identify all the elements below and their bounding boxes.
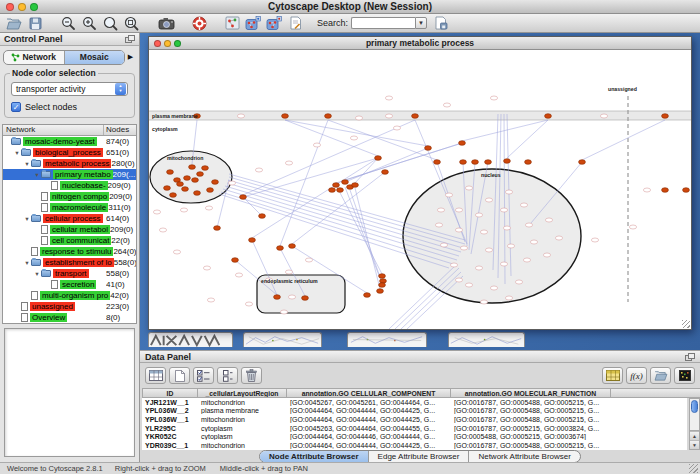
frame-minimize-button[interactable]	[164, 40, 171, 47]
save-session-as-button[interactable]	[432, 15, 450, 32]
unselect-all-attributes-button[interactable]	[217, 367, 238, 384]
annotation-button[interactable]	[286, 15, 304, 32]
table-row[interactable]: YPL036W__2plasma membrane[GO:0044464, GO…	[142, 407, 687, 416]
background-window[interactable]	[243, 332, 322, 347]
tree-row[interactable]: unassigned223(0)	[3, 301, 136, 312]
minimize-button[interactable]	[18, 3, 26, 11]
help-button[interactable]	[190, 15, 208, 32]
scroll-up-arrow[interactable]: ▲	[690, 431, 699, 440]
import-attributes-button[interactable]	[650, 367, 671, 384]
disclosure-triangle-icon[interactable]: ▼	[23, 260, 31, 266]
search-input[interactable]	[351, 17, 415, 29]
disclosure-triangle-icon[interactable]: ▼	[33, 271, 41, 277]
table-row[interactable]: YPL036W__1mitochondrion[GO:0044464, GO:0…	[142, 415, 687, 424]
tree-row[interactable]: macromolecule311(0)	[3, 202, 136, 213]
apply-layout-b-button[interactable]	[265, 15, 283, 32]
table-row[interactable]: YKR052Ccytoplasm[GO:0044464, GO:0044446,…	[142, 432, 687, 441]
status-pan-hint: Middle-click + drag to PAN	[220, 464, 308, 473]
window-resize-grip[interactable]	[689, 464, 698, 473]
node-count: 209(...	[113, 170, 136, 179]
tree-row[interactable]: ▼cellular process614(0)	[3, 213, 136, 224]
select-all-attributes-button[interactable]	[193, 367, 214, 384]
tree-row[interactable]: secretion41(0)	[3, 279, 136, 290]
table-row[interactable]: YDR039C__1mitochondrion[GO:0044464, GO:0…	[142, 441, 687, 450]
tab-mosaic[interactable]: Mosaic	[65, 51, 125, 64]
attribute-batch-editor-button[interactable]	[602, 367, 623, 384]
network-view-button[interactable]	[223, 15, 241, 32]
right-column: primary metabolic process plasm	[140, 33, 700, 462]
select-nodes-checkbox[interactable]: ✓	[11, 102, 21, 112]
zoom-fit-button[interactable]	[122, 15, 140, 32]
attribute-table-icon	[149, 370, 163, 381]
tab-network-attribute-browser[interactable]: Network Attribute Browser	[469, 451, 579, 462]
node-color-dropdown[interactable]: transporter activity ▲▼	[11, 82, 128, 96]
disclosure-triangle-icon[interactable]: ▼	[33, 172, 41, 178]
window-title: Cytoscape Desktop (New Session)	[0, 1, 700, 12]
tab-network[interactable]: Network	[4, 51, 65, 64]
background-window[interactable]	[347, 332, 427, 347]
formula-builder-button[interactable]: f(x)	[626, 367, 647, 384]
maximize-button[interactable]	[30, 3, 38, 11]
column-header[interactable]: annotation.GO CELLULAR_COMPONENT	[287, 388, 451, 398]
window-titlebar[interactable]: Cytoscape Desktop (New Session)	[0, 0, 700, 14]
column-header[interactable]	[611, 388, 700, 398]
disclosure-triangle-icon[interactable]: ▼	[23, 161, 31, 167]
tree-row[interactable]: ▼metabolic process280(0)	[3, 158, 136, 169]
tab-edge-attribute-browser[interactable]: Edge Attribute Browser	[369, 451, 470, 462]
open-session-button[interactable]	[5, 15, 23, 32]
create-attribute-button[interactable]	[169, 367, 190, 384]
float-panel-icon[interactable]	[685, 353, 695, 361]
tab-node-attribute-browser[interactable]: Node Attribute Browser	[260, 451, 369, 462]
tree-row[interactable]: response to stimulu264(0)	[3, 246, 136, 257]
disclosure-triangle-icon[interactable]: ▼	[23, 216, 31, 222]
network-canvas[interactable]: plasma membrane cytoplasm mitochondrion …	[149, 50, 691, 329]
delete-attribute-button[interactable]	[241, 367, 262, 384]
apply-layout-a-button[interactable]	[244, 15, 262, 32]
background-window-logo[interactable]	[148, 332, 233, 347]
export-image-button[interactable]	[157, 15, 175, 32]
table-scrollbar[interactable]: ▲ ▼	[689, 398, 700, 450]
tree-row[interactable]: ▼primary metabo209(...	[3, 169, 136, 180]
tree-row[interactable]: nucleobase-209(0)	[3, 180, 136, 191]
tab-overflow-arrow[interactable]: ▶	[125, 53, 136, 61]
table-row[interactable]: YJR121W__1mitochondrion[GO:0045267, GO:0…	[142, 398, 687, 407]
scrollbar-thumb[interactable]	[691, 400, 698, 413]
network-item-label: response to stimulu	[40, 247, 113, 256]
close-button[interactable]	[6, 3, 14, 11]
save-session-button[interactable]	[26, 15, 44, 32]
network-item-label: nitrogen compo	[50, 192, 109, 201]
network-frame-titlebar[interactable]: primary metabolic process	[149, 37, 691, 50]
frame-close-button[interactable]	[154, 40, 161, 47]
attribute-matrix-button[interactable]	[674, 367, 695, 384]
tree-row[interactable]: nitrogen compo209(0)	[3, 191, 136, 202]
tree-row[interactable]: cellular metabol209(0)	[3, 224, 136, 235]
tree-row[interactable]: Overview8(0)	[3, 312, 136, 323]
zoom-selected-button[interactable]	[101, 15, 119, 32]
birdseye-view[interactable]	[4, 328, 135, 457]
tree-header-nodes[interactable]: Nodes	[104, 125, 136, 135]
tree-row[interactable]: ▼biological_process651(0)	[3, 147, 136, 158]
column-header[interactable]: ID	[142, 388, 198, 398]
tree-row[interactable]: ▼establishment of lo558(0)	[3, 257, 136, 268]
tree-row[interactable]: mosaic-demo-yeast874(0)	[3, 136, 136, 147]
tree-row[interactable]: cell communicat22(0)	[3, 235, 136, 246]
search-dropdown-arrow[interactable]: ▼	[415, 17, 427, 29]
scroll-down-arrow[interactable]: ▼	[690, 440, 699, 449]
data-panel-toolbar: f(x)	[140, 363, 700, 388]
frame-maximize-button[interactable]	[174, 40, 181, 47]
float-panel-icon[interactable]	[125, 35, 135, 43]
disclosure-triangle-icon[interactable]: ▼	[13, 150, 21, 156]
tree-row[interactable]: ▼transport558(0)	[3, 268, 136, 279]
zoom-out-button[interactable]	[59, 15, 77, 32]
data-panel-header: Data Panel	[140, 351, 700, 363]
table-row[interactable]: YLR295Ccytoplasm[GO:0045263, GO:0044464,…	[142, 424, 687, 433]
tree-row[interactable]: multi-organism pro42(0)	[3, 290, 136, 301]
select-attributes-button[interactable]	[145, 367, 166, 384]
column-header[interactable]: annotation.GO MOLECULAR_FUNCTION	[451, 388, 611, 398]
tree-header-network[interactable]: Network	[3, 125, 104, 135]
zoom-in-button[interactable]	[80, 15, 98, 32]
frame-resize-grip[interactable]	[682, 320, 690, 328]
column-header[interactable]: _cellularLayoutRegion	[198, 388, 287, 398]
background-window[interactable]	[448, 332, 525, 347]
network-view[interactable]: plasma membrane cytoplasm mitochondrion …	[149, 50, 691, 329]
